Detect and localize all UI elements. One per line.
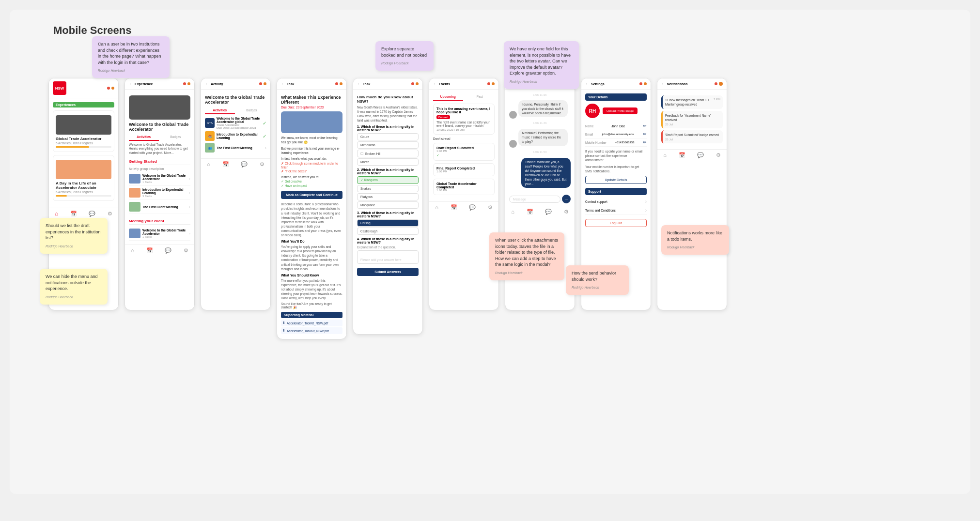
nav-home-icon[interactable]: ⌂ bbox=[55, 211, 58, 217]
nav3-home[interactable]: ⌂ bbox=[207, 161, 210, 168]
list-item-intro[interactable]: Introduction to Experiential Learning 3 … bbox=[129, 186, 190, 200]
q2-opt-platypus[interactable]: Platypus bbox=[357, 193, 419, 200]
tab3-activities[interactable]: Activities bbox=[205, 107, 235, 114]
nav2-home[interactable]: ⌂ bbox=[131, 247, 134, 254]
list-item-meeting[interactable]: Welcome to the Global Trade Accelerator … bbox=[129, 227, 190, 241]
event1-date: 10 May 2023 | 10 Day bbox=[436, 128, 491, 131]
screen3-header-left: ← Activity bbox=[205, 81, 223, 86]
list-text-4: Welcome to the Global Trade Accelerator … bbox=[142, 229, 187, 238]
event-card-2[interactable]: Draft Report Submitted 1:30 PM ✓ bbox=[433, 143, 495, 161]
tab3-badges[interactable]: Badges bbox=[237, 107, 267, 114]
nav3-calendar[interactable]: 📅 bbox=[222, 161, 229, 168]
screen6-header: ← Events bbox=[429, 78, 498, 90]
q1-opt-mendioran[interactable]: Mendioran bbox=[357, 141, 419, 149]
screen3-tab-bar: Activities Badges bbox=[205, 107, 266, 114]
back-icon-4[interactable]: ← bbox=[281, 81, 285, 86]
message-input[interactable]: Message bbox=[509, 196, 560, 203]
event1-tags: Booked bbox=[436, 115, 491, 119]
avatar-1 bbox=[509, 111, 517, 119]
nav7-chat[interactable]: 💬 bbox=[545, 209, 552, 215]
list-item-client[interactable]: The First Client Meeting › bbox=[129, 200, 190, 214]
q4-text-area[interactable]: Please add your answer here bbox=[357, 250, 419, 264]
tab-activities[interactable]: Activities bbox=[129, 134, 159, 141]
list-item-welcome[interactable]: Welcome to the Global Trade Accelerator … bbox=[129, 172, 190, 186]
nav9-chat[interactable]: 💬 bbox=[697, 152, 704, 158]
nav7-calendar[interactable]: 📅 bbox=[527, 209, 533, 215]
notif-item-1[interactable]: 11 new messages on 'Team 1 + Mentor' gro… bbox=[661, 95, 723, 109]
tab-badges[interactable]: Badges bbox=[161, 134, 191, 141]
task-no2: ✗ "Tick the boxes" bbox=[281, 169, 342, 173]
nav3-chat[interactable]: 💬 bbox=[241, 161, 248, 168]
nav2-chat[interactable]: 💬 bbox=[165, 247, 171, 254]
screen3-title: Activity bbox=[211, 82, 223, 86]
nav9-calendar[interactable]: 📅 bbox=[679, 152, 685, 158]
task-title: What Makes This Experience Different bbox=[281, 95, 342, 105]
notif-dot-orange-3 bbox=[264, 82, 266, 85]
nav7-home[interactable]: ⌂ bbox=[511, 209, 514, 215]
experience-card-1[interactable]: Global Trade Accelerator 5 Activities | … bbox=[53, 110, 114, 152]
upload-photo-btn[interactable]: Upload Profile Image bbox=[603, 107, 638, 114]
q2-opt-macquarie[interactable]: Macquarie bbox=[357, 201, 419, 209]
event3-title: Final Report Completed bbox=[436, 167, 491, 170]
q2-opt-kiangarra[interactable]: ✓ Kiangarra bbox=[357, 176, 419, 184]
nav6-calendar[interactable]: 📅 bbox=[451, 204, 457, 211]
terms-row[interactable]: Terms and Conditions › bbox=[585, 206, 647, 215]
nav-chat-icon[interactable]: 💬 bbox=[89, 211, 95, 217]
event-card-3[interactable]: Final Report Completed 1:30 PM bbox=[433, 163, 495, 176]
contact-support-row[interactable]: Contact support › bbox=[585, 198, 647, 206]
q4-instruction: Explanation of the question. bbox=[357, 245, 419, 249]
q2-opt-snakes[interactable]: Snakes bbox=[357, 185, 419, 192]
mark-complete-btn[interactable]: Mark as Complete and Continue bbox=[281, 191, 342, 199]
back-icon-9[interactable]: ← bbox=[661, 81, 666, 86]
q3-opt-castlereagh[interactable]: Castlereagh bbox=[357, 228, 419, 235]
q1-opt-moree[interactable]: Moree bbox=[357, 158, 419, 166]
event-card-4[interactable]: Global Trade Accelerator Completed 1:30 … bbox=[433, 179, 495, 195]
update-details-btn[interactable]: Update Details bbox=[585, 176, 647, 184]
notif-dot-red-6 bbox=[487, 82, 490, 85]
edit-mobile-icon[interactable]: ✏ bbox=[643, 140, 647, 145]
nav6-settings[interactable]: ⚙ bbox=[488, 204, 493, 211]
send-button[interactable]: → bbox=[562, 195, 571, 203]
broken-hill-label: Broken Hill bbox=[365, 152, 380, 155]
screen2-tab-bar: Activities Badges bbox=[129, 134, 190, 141]
notif-item-3[interactable]: 'Draft Report Submitted' badge earned 25… bbox=[661, 130, 723, 143]
back-icon-8[interactable]: ← bbox=[585, 81, 590, 86]
nav9-settings[interactable]: ⚙ bbox=[716, 152, 721, 158]
nav6-chat[interactable]: 💬 bbox=[469, 204, 476, 211]
nav3-settings[interactable]: ⚙ bbox=[260, 161, 264, 168]
getting-started-header: Getting Started bbox=[129, 157, 190, 165]
back-icon-5[interactable]: ← bbox=[357, 81, 361, 86]
notif-dot-orange-4 bbox=[340, 82, 342, 85]
gta-info: Welcome to the Global Trade Accelerator … bbox=[217, 117, 261, 129]
nav2-calendar[interactable]: 📅 bbox=[146, 247, 153, 254]
event1-title: This is the amazing event name, I hope y… bbox=[436, 107, 491, 114]
chat-time-3: 1/06 11:50 bbox=[509, 151, 571, 153]
back-icon-2[interactable]: ← bbox=[129, 81, 133, 86]
screen3-header: ← Activity bbox=[201, 78, 270, 90]
notif-item-2[interactable]: Feedback for 'Assortment Name' received … bbox=[661, 111, 723, 128]
nav-calendar-icon[interactable]: 📅 bbox=[70, 211, 77, 217]
experience-card-2[interactable]: A Day in the Life of an Accelerator Asso… bbox=[53, 155, 114, 201]
notif-dot-orange-8 bbox=[644, 82, 647, 85]
nav-settings-icon[interactable]: ⚙ bbox=[108, 211, 112, 217]
nav2-settings[interactable]: ⚙ bbox=[184, 247, 188, 254]
nav9-home[interactable]: ⌂ bbox=[663, 152, 667, 158]
edit-email-icon[interactable]: ✏ bbox=[643, 132, 647, 137]
tab-past[interactable]: Past bbox=[465, 93, 495, 101]
nav6-home[interactable]: ⌂ bbox=[435, 204, 438, 211]
client-info: The First Client Meeting bbox=[217, 146, 263, 150]
tab-upcoming[interactable]: Upcoming bbox=[433, 93, 463, 101]
q3-opt-darling[interactable]: Darling bbox=[357, 219, 419, 227]
notif-dot-orange-6 bbox=[492, 82, 495, 85]
event-card-1[interactable]: This is the amazing event name, I hope y… bbox=[433, 104, 495, 135]
back-icon-3[interactable]: ← bbox=[205, 81, 209, 86]
material-link-1[interactable]: ⬇ Accelerator_ToolKit_NSW.pdf bbox=[281, 320, 342, 326]
q1-opt-goure[interactable]: Goure bbox=[357, 133, 419, 140]
logout-btn[interactable]: Log Out bbox=[585, 219, 647, 227]
nav7-settings[interactable]: ⚙ bbox=[564, 209, 569, 215]
back-icon-6[interactable]: ← bbox=[433, 81, 437, 86]
material-link-2[interactable]: ⬇ Accelerator_TaskKit_NSW.pdf bbox=[281, 327, 342, 334]
q1-opt-broken-hill[interactable]: ▢ Broken Hill bbox=[357, 150, 419, 157]
edit-name-icon[interactable]: ✏ bbox=[643, 123, 647, 128]
submit-btn[interactable]: Submit Answers bbox=[357, 268, 419, 276]
